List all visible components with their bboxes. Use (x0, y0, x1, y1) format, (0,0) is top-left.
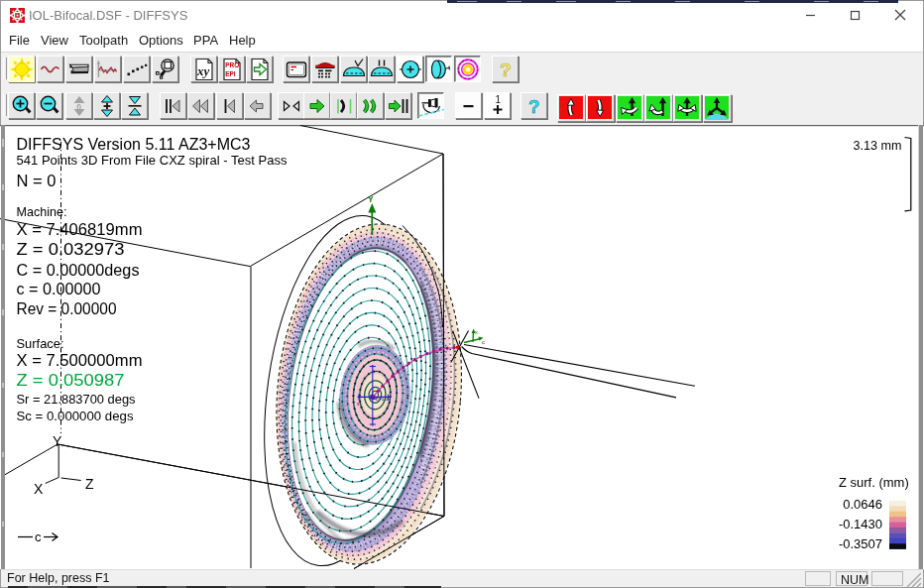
svg-text:Z = 0.050987: Z = 0.050987 (17, 371, 125, 389)
svg-text:Z = 0.032973: Z = 0.032973 (17, 240, 125, 258)
svg-text:Sc = 0.000000 degs: Sc = 0.000000 degs (17, 409, 135, 423)
svg-text:c = 0.00000: c = 0.00000 (17, 280, 101, 297)
svg-text:Y: Y (53, 433, 62, 449)
svg-text:Sr = 21.883700 degs: Sr = 21.883700 degs (17, 392, 136, 407)
svg-text:Surface:: Surface: (17, 336, 64, 351)
svg-text:PRO: PRO (225, 61, 239, 68)
svg-text:-0.3507: -0.3507 (839, 536, 882, 551)
svg-text:Rev = 0.00000: Rev = 0.00000 (17, 299, 117, 317)
svg-text:DIFFSYS Version 5.11 AZ3+MC3: DIFFSYS Version 5.11 AZ3+MC3 (17, 135, 251, 153)
svg-text:Machine:: Machine: (17, 204, 67, 219)
svg-text:Y: Y (368, 194, 374, 204)
svg-text:Z surf. (mm): Z surf. (mm) (839, 475, 909, 490)
svg-text:?: ? (528, 96, 540, 117)
svg-text:3.13 mm: 3.13 mm (854, 138, 902, 153)
svg-text:0: 0 (76, 102, 81, 112)
svg-text:?: ? (500, 59, 512, 80)
svg-text:0.0646: 0.0646 (843, 497, 882, 512)
svg-text:X = 7.500000mm: X = 7.500000mm (17, 351, 143, 369)
svg-text:N = 0: N = 0 (17, 172, 57, 189)
svg-text:X = 7.406819mm: X = 7.406819mm (17, 220, 143, 238)
svg-text:X: X (34, 481, 44, 497)
svg-text:c=0.00: c=0.00 (376, 396, 391, 402)
svg-text:c: c (35, 529, 42, 544)
svg-text:xy: xy (196, 63, 210, 78)
svg-text:x: x (475, 329, 478, 335)
svg-text:Z: Z (85, 476, 94, 492)
svg-text:541 Points 3D From File CXZ sp: 541 Points 3D From File CXZ spiral - Tes… (17, 153, 289, 168)
svg-text:-0.1430: -0.1430 (839, 517, 882, 531)
svg-text:1: 1 (496, 94, 502, 105)
svg-text:EPI: EPI (225, 70, 236, 77)
svg-text:c: c (482, 339, 485, 345)
svg-text:C = 0.00000degs: C = 0.00000degs (17, 261, 140, 279)
